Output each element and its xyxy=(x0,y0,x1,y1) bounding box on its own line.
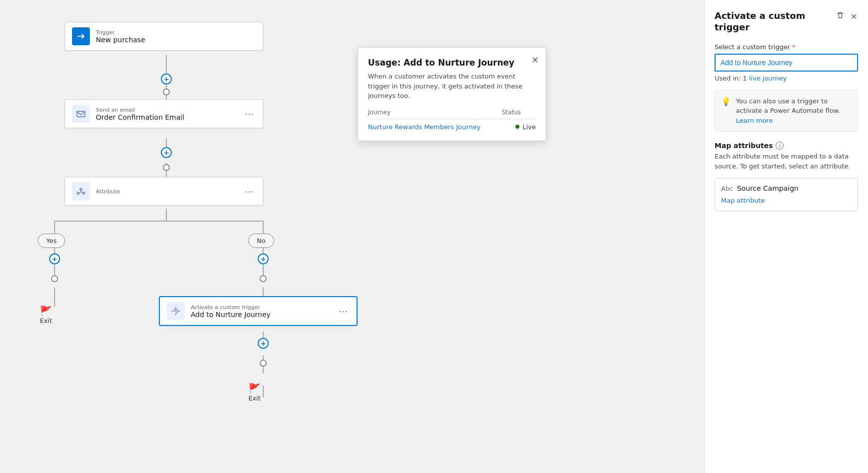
required-star: * xyxy=(792,43,796,51)
yes-branch[interactable]: Yes xyxy=(38,234,65,248)
attr-name: Source Campaign xyxy=(737,184,798,192)
panel-header: Activate a custom trigger ✕ xyxy=(715,10,858,33)
add-after-custom-trigger[interactable]: + xyxy=(258,338,269,349)
email-labels: Send an email Order Confirmation Email xyxy=(96,107,184,121)
attribute-labels: Attribute xyxy=(96,188,120,195)
map-attributes-title: Map attributes xyxy=(715,142,773,150)
status-label: Live xyxy=(522,123,536,131)
connector-exit2 xyxy=(260,360,267,367)
map-attributes-header: Map attributes i xyxy=(715,142,858,150)
select-trigger-label: Select a custom trigger * xyxy=(715,43,858,51)
delete-button[interactable] xyxy=(835,10,846,23)
svg-point-19 xyxy=(175,311,177,312)
svg-rect-15 xyxy=(77,111,85,117)
popup-col-journey: Journey xyxy=(368,109,502,116)
email-icon xyxy=(72,105,90,123)
connector-no xyxy=(260,275,267,282)
popup-description: When a customer activates the custom eve… xyxy=(368,72,536,101)
journey-status: Live xyxy=(515,123,536,131)
canvas-connectors xyxy=(0,0,704,473)
trigger-input[interactable] xyxy=(715,54,858,72)
attribute-menu[interactable]: ⋯ xyxy=(243,184,256,199)
panel-title: Activate a custom trigger xyxy=(715,10,831,33)
info-box: 💡 You can also use a trigger to activate… xyxy=(715,90,858,132)
attr-type-icon: Abc xyxy=(721,185,733,192)
live-journey-link[interactable]: live journey xyxy=(749,75,787,82)
journey-canvas: Trigger New purchase + Send an email Ord… xyxy=(0,0,704,473)
attr-card: Abc Source Campaign Map attribute xyxy=(715,178,858,211)
status-dot xyxy=(515,125,519,129)
info-icon: 💡 xyxy=(721,97,731,106)
exit-flag-1: 🚩 xyxy=(40,305,52,317)
custom-trigger-icon xyxy=(167,302,185,320)
exit-node-2: 🚩 Exit xyxy=(248,383,261,402)
custom-trigger-labels: Activate a custom trigger Add to Nurture… xyxy=(191,304,271,318)
custom-trigger-node[interactable]: Activate a custom trigger Add to Nurture… xyxy=(159,296,358,326)
trigger-node[interactable]: Trigger New purchase xyxy=(65,22,263,51)
attr-card-header: Abc Source Campaign xyxy=(721,184,852,192)
custom-trigger-label-main: Add to Nurture Journey xyxy=(191,311,271,318)
learn-more-link[interactable]: Learn more xyxy=(736,117,773,124)
add-after-trigger[interactable]: + xyxy=(161,74,172,84)
close-panel-button[interactable]: ✕ xyxy=(850,10,858,23)
exit-flag-2: 🚩 xyxy=(248,383,261,394)
trigger-icon xyxy=(72,27,90,45)
connector-yes xyxy=(51,275,58,282)
custom-trigger-label-top: Activate a custom trigger xyxy=(191,304,271,311)
exit-label-2: Exit xyxy=(248,394,261,402)
add-after-yes[interactable]: + xyxy=(49,253,60,264)
exit-label-1: Exit xyxy=(40,317,52,324)
send-email-node[interactable]: Send an email Order Confirmation Email ⋯ xyxy=(65,99,263,128)
attribute-icon xyxy=(72,182,90,200)
no-branch[interactable]: No xyxy=(248,234,274,248)
add-after-email[interactable]: + xyxy=(161,147,172,158)
exit-node-1: 🚩 Exit xyxy=(40,305,52,324)
custom-trigger-menu[interactable]: ⋯ xyxy=(337,304,350,318)
usage-popup: Usage: Add to Nurture Journey ✕ When a c… xyxy=(358,47,546,141)
right-panel: Activate a custom trigger ✕ Select a cus… xyxy=(704,0,868,473)
email-menu[interactable]: ⋯ xyxy=(243,107,256,121)
connector-2 xyxy=(163,164,170,171)
journey-link[interactable]: Nurture Rewards Members Journey xyxy=(368,123,515,131)
email-label-main: Order Confirmation Email xyxy=(96,113,184,121)
map-attribute-link[interactable]: Map attribute xyxy=(721,197,765,204)
add-after-no[interactable]: + xyxy=(258,253,269,264)
info-text: You can also use a trigger to activate a… xyxy=(736,96,852,126)
used-in-text: Used in: 1 live journey xyxy=(715,75,858,82)
popup-table-header: Journey Status xyxy=(368,109,536,119)
attribute-label-top: Attribute xyxy=(96,188,120,195)
email-label-top: Send an email xyxy=(96,107,184,113)
trigger-labels: Trigger New purchase xyxy=(96,29,145,44)
popup-close-button[interactable]: ✕ xyxy=(531,55,539,66)
attribute-node[interactable]: Attribute ⋯ xyxy=(65,177,263,206)
connector-1 xyxy=(163,88,170,95)
map-attr-desc: Each attribute must be mapped to a data … xyxy=(715,152,858,171)
panel-actions: ✕ xyxy=(835,10,858,23)
map-attributes-info[interactable]: i xyxy=(776,142,784,150)
trigger-label-top: Trigger xyxy=(96,29,145,36)
popup-table-row: Nurture Rewards Members Journey Live xyxy=(368,123,536,131)
popup-title: Usage: Add to Nurture Journey xyxy=(368,58,536,68)
popup-col-status: Status xyxy=(502,109,521,116)
trigger-label-main: New purchase xyxy=(96,36,145,44)
